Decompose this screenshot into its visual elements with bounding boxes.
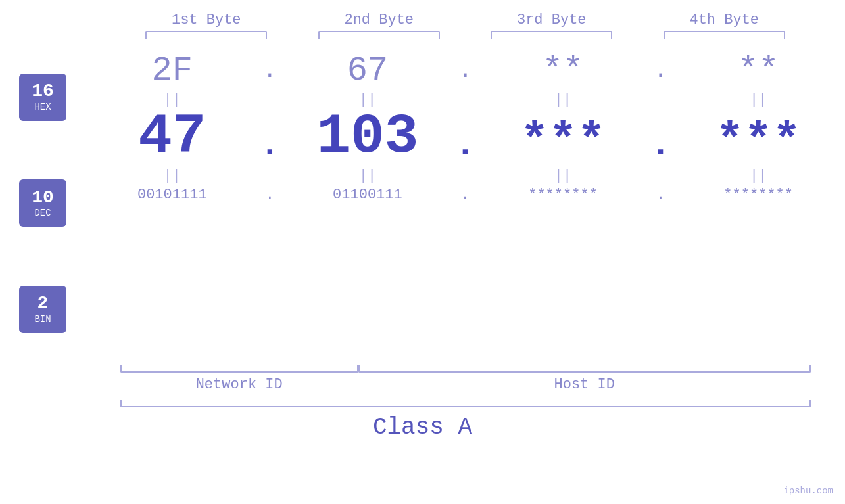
dec-dot3: . — [648, 126, 674, 165]
eq2-b3: || — [487, 168, 639, 184]
dec-row: 47 . 103 . *** . *** — [85, 108, 845, 165]
bin-b1: 00101111 — [97, 187, 248, 204]
bin-b2: 01100111 — [292, 187, 443, 204]
eq2-b4: || — [683, 168, 834, 184]
dec-label: DEC — [34, 208, 51, 219]
hex-dot3: . — [648, 57, 674, 84]
bin-row: 00101111 . 01100111 . ******** . — [85, 187, 845, 204]
bracket-b2 — [318, 31, 440, 39]
outer-bracket — [120, 400, 811, 407]
hex-dot2: . — [452, 57, 478, 84]
rows-wrapper: 16 HEX 10 DEC 2 BIN 2F . — [0, 44, 845, 359]
bin-number: 2 — [37, 294, 49, 314]
dec-b3: *** — [487, 118, 639, 165]
hex-dot1: . — [256, 57, 283, 84]
byte3-label: 3rd Byte — [486, 12, 617, 28]
outer-bracket-row — [120, 400, 811, 407]
bracket-b1 — [145, 31, 267, 39]
network-bracket — [120, 365, 358, 373]
main-container: 1st Byte 2nd Byte 3rd Byte 4th Byte 16 H… — [0, 0, 845, 504]
dec-dot2: . — [452, 126, 478, 165]
bin-dot1: . — [256, 187, 283, 204]
hex-row: 2F . 67 . ** . ** — [85, 52, 845, 89]
bin-b3: ******** — [487, 187, 639, 204]
eq2-b2: || — [292, 168, 443, 184]
hex-b3: ** — [487, 52, 639, 89]
bottom-labels-row: Network ID Host ID — [120, 377, 811, 393]
watermark: ipshu.com — [783, 486, 833, 496]
hex-label: HEX — [34, 102, 51, 113]
byte4-label: 4th Byte — [658, 12, 790, 28]
bin-label: BIN — [34, 314, 51, 325]
bottom-brackets-row — [120, 365, 811, 373]
bracket-b3 — [491, 31, 612, 39]
right-col: 2F . 67 . ** . ** — [85, 44, 845, 359]
bin-badge: 2 BIN — [19, 286, 66, 333]
bracket-b4 — [664, 31, 785, 39]
class-label: Class A — [373, 414, 472, 441]
dec-badge: 10 DEC — [19, 179, 66, 227]
hex-badge: 16 HEX — [19, 74, 66, 121]
hex-b4: ** — [683, 52, 834, 89]
dec-number: 10 — [32, 188, 54, 208]
hex-number: 16 — [32, 81, 54, 102]
top-brackets — [120, 31, 811, 39]
byte1-label: 1st Byte — [141, 12, 272, 28]
left-col: 16 HEX 10 DEC 2 BIN — [0, 44, 85, 359]
byte-headers: 1st Byte 2nd Byte 3rd Byte 4th Byte — [120, 12, 811, 28]
host-id-label: Host ID — [358, 377, 811, 393]
bin-dot2: . — [452, 187, 478, 204]
eq1-b4: || — [683, 92, 834, 108]
network-id-label: Network ID — [120, 377, 358, 393]
bin-dot3: . — [648, 187, 674, 204]
hex-b2: 67 — [292, 52, 443, 89]
hex-b1: 2F — [97, 52, 248, 89]
equals-row-2: || || || || — [85, 168, 845, 184]
dec-b1: 47 — [97, 108, 248, 165]
byte2-label: 2nd Byte — [313, 12, 445, 28]
dec-b2: 103 — [292, 108, 443, 165]
eq2-b1: || — [97, 168, 248, 184]
dec-b4: *** — [683, 118, 834, 165]
host-bracket — [358, 365, 811, 373]
class-row: Class A — [0, 414, 845, 441]
eq1-b3: || — [487, 92, 639, 108]
dec-dot1: . — [256, 126, 283, 165]
bottom-section: Network ID Host ID — [120, 365, 811, 393]
bin-b4: ******** — [683, 187, 834, 204]
